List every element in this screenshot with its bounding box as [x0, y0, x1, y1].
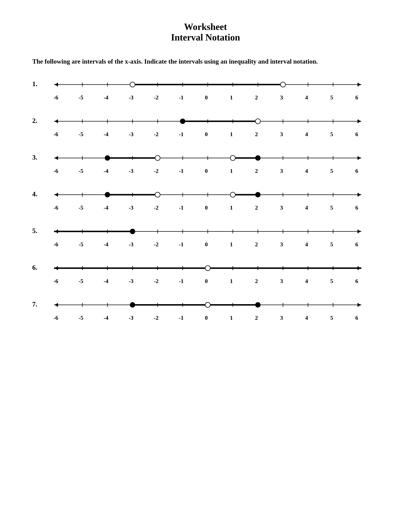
number-label: -5 — [68, 168, 93, 174]
number-label: 3 — [269, 168, 294, 174]
number-label: -2 — [144, 131, 169, 138]
number-label: -3 — [119, 168, 144, 174]
number-label: -1 — [169, 241, 194, 248]
problem-number-1: 1. — [32, 77, 47, 88]
number-label: 2 — [244, 94, 269, 101]
title-line1: Worksheet — [32, 21, 379, 32]
number-label: 5 — [319, 241, 344, 248]
number-line-6: -6-5-4-3-2-10123456 — [47, 260, 369, 285]
number-label: 4 — [294, 241, 319, 248]
number-label: -5 — [68, 131, 93, 138]
number-label: -3 — [119, 241, 144, 248]
number-label: -6 — [43, 204, 68, 211]
number-label: -2 — [144, 314, 169, 321]
number-line-2: -6-5-4-3-2-10123456 — [47, 113, 369, 138]
number-label: 2 — [244, 314, 269, 321]
problem-5: 5.-6-5-4-3-2-10123456 — [32, 224, 379, 248]
number-label: -1 — [169, 94, 194, 101]
number-label: 5 — [319, 204, 344, 211]
number-label: 5 — [319, 168, 344, 174]
problem-number-4: 4. — [32, 187, 47, 198]
title-line2: Interval Notation — [32, 32, 379, 43]
number-label: -3 — [119, 131, 144, 138]
svg-marker-99 — [54, 230, 58, 233]
number-label: -1 — [169, 278, 194, 285]
svg-point-58 — [230, 155, 235, 161]
number-label: -6 — [43, 278, 68, 285]
problem-4: 4.-6-5-4-3-2-10123456 — [32, 187, 379, 211]
number-label: -5 — [68, 278, 93, 285]
number-label: 1 — [219, 131, 244, 138]
number-label: 5 — [319, 131, 344, 138]
svg-point-133 — [205, 266, 210, 271]
problems-container: 1.-6-5-4-3-2-101234562.-6-5-4-3-2-101234… — [32, 77, 379, 321]
number-label: 3 — [269, 241, 294, 248]
svg-point-81 — [255, 192, 260, 197]
number-label: -2 — [144, 241, 169, 248]
number-label: 2 — [244, 241, 269, 248]
number-label: -5 — [68, 204, 93, 211]
number-label: -6 — [43, 241, 68, 248]
number-label: 2 — [244, 278, 269, 285]
number-label: -2 — [144, 168, 169, 174]
number-label: -3 — [119, 278, 144, 285]
number-label: -2 — [144, 204, 169, 211]
number-label: 1 — [219, 204, 244, 211]
number-label: -6 — [43, 94, 68, 101]
number-label: 0 — [194, 131, 219, 138]
svg-point-78 — [155, 192, 160, 197]
number-label: 6 — [344, 94, 369, 101]
svg-point-56 — [155, 155, 160, 161]
number-label: 3 — [269, 131, 294, 138]
number-label: 6 — [344, 314, 369, 321]
number-label: 1 — [219, 314, 244, 321]
number-label: 4 — [294, 314, 319, 321]
problem-number-2: 2. — [32, 113, 47, 124]
number-line-1: -6-5-4-3-2-10123456 — [47, 77, 369, 101]
number-label: -2 — [144, 94, 169, 101]
number-label: 6 — [344, 278, 369, 285]
number-label: -1 — [169, 168, 194, 174]
number-label: -6 — [43, 168, 68, 174]
problem-number-7: 7. — [32, 297, 47, 308]
number-line-4: -6-5-4-3-2-10123456 — [47, 187, 369, 211]
number-label: 4 — [294, 94, 319, 101]
instructions: The following are intervals of the x-axi… — [32, 57, 379, 66]
number-label: -4 — [93, 314, 119, 321]
svg-point-100 — [130, 229, 135, 234]
problem-7: 7.-6-5-4-3-2-10123456 — [32, 297, 379, 321]
number-label: -1 — [169, 314, 194, 321]
svg-point-59 — [255, 155, 260, 161]
svg-point-36 — [180, 119, 185, 124]
number-label: 0 — [194, 314, 219, 321]
number-label: -3 — [119, 314, 144, 321]
number-label: 2 — [244, 131, 269, 138]
number-label: 3 — [269, 94, 294, 101]
number-line-7: -6-5-4-3-2-10123456 — [47, 297, 369, 321]
number-label: 0 — [194, 94, 219, 101]
number-label: -4 — [93, 131, 119, 138]
problem-6: 6.-6-5-4-3-2-10123456 — [32, 260, 379, 285]
svg-point-154 — [205, 302, 210, 307]
number-label: 4 — [294, 204, 319, 211]
number-label: -6 — [43, 314, 68, 321]
number-label: -4 — [93, 94, 119, 101]
svg-point-17 — [130, 82, 135, 87]
number-label: 3 — [269, 204, 294, 211]
number-label: 0 — [194, 168, 219, 174]
number-label: 1 — [219, 94, 244, 101]
number-label: 1 — [219, 241, 244, 248]
number-label: 0 — [194, 278, 219, 285]
number-label: 6 — [344, 131, 369, 138]
number-label: 5 — [319, 278, 344, 285]
number-label: -6 — [43, 131, 68, 138]
number-label: 2 — [244, 204, 269, 211]
page-title: Worksheet Interval Notation — [32, 21, 379, 43]
problem-2: 2.-6-5-4-3-2-10123456 — [32, 113, 379, 138]
number-label: -4 — [93, 278, 119, 285]
number-label: -1 — [169, 131, 194, 138]
number-label: 4 — [294, 131, 319, 138]
number-label: -3 — [119, 94, 144, 101]
number-label: 6 — [344, 168, 369, 174]
number-label: 4 — [294, 278, 319, 285]
